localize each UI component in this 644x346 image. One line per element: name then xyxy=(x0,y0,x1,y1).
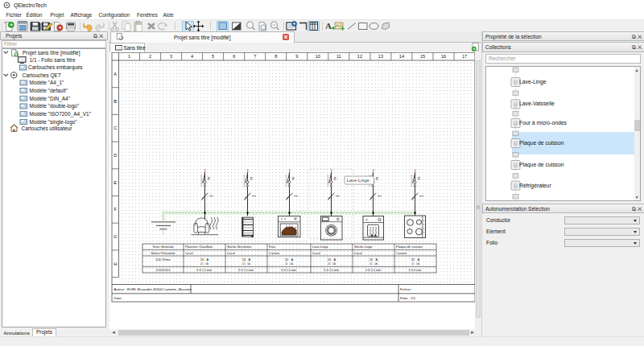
svg-text:15: 15 xyxy=(420,54,425,59)
svg-text:21/02/2015: 21/02/2015 xyxy=(156,268,171,271)
svg-text:A: A xyxy=(325,21,332,31)
svg-text:3 G 2,5 mm²: 3 G 2,5 mm² xyxy=(365,268,382,271)
svg-text:E: E xyxy=(114,179,117,184)
svg-text:C: C xyxy=(114,126,117,130)
svg-text:16 A: 16 A xyxy=(200,257,209,262)
svg-text:Fichier :: Fichier : xyxy=(400,287,413,291)
svg-text:45 kA: 45 kA xyxy=(328,262,336,266)
svg-text:45 kA: 45 kA xyxy=(200,262,209,266)
svg-text:11: 11 xyxy=(336,54,341,59)
svg-text:Lave-Linge: Lave-Linge xyxy=(347,178,369,183)
svg-text:3: 3 xyxy=(170,54,172,59)
svg-text:3 G 2,5 mm²: 3 G 2,5 mm² xyxy=(324,268,341,271)
svg-text:Valeur Présumée: Valeur Présumée xyxy=(151,250,175,254)
svg-text:14: 14 xyxy=(399,54,404,59)
svg-text:Terre Générale: Terre Générale xyxy=(152,245,174,249)
svg-text:16 A: 16 A xyxy=(242,257,251,262)
svg-text:3 G 2,5 mm²: 3 G 2,5 mm² xyxy=(281,268,298,271)
svg-text:H: H xyxy=(114,261,117,266)
svg-text:Folio : 1/1: Folio : 1/1 xyxy=(400,295,416,299)
svg-text:3 G 6 mm²: 3 G 6 mm² xyxy=(409,268,423,271)
svg-text:16: 16 xyxy=(441,54,446,59)
svg-text:F: F xyxy=(114,207,117,212)
svg-text:13: 13 xyxy=(378,54,383,59)
svg-text:Cuisine: Cuisine xyxy=(269,250,280,254)
svg-text:Auteur : EURL Bruandet 41600 L: Auteur : EURL Bruandet 41600 Lamotte_Beu… xyxy=(114,287,192,291)
svg-text:Plancher Chauffant: Plancher Chauffant xyxy=(185,245,213,249)
svg-text:A: A xyxy=(114,71,117,76)
svg-text:2: 2 xyxy=(149,54,151,59)
svg-text:Cuisine: Cuisine xyxy=(396,250,407,254)
svg-text:Local: Local xyxy=(185,250,193,254)
svg-text:1: 1 xyxy=(128,54,130,59)
svg-text:3 G 1,5 mm²: 3 G 1,5 mm² xyxy=(196,268,213,271)
svg-text:32 A: 32 A xyxy=(411,257,420,262)
svg-text:Sèche-Serviettes: Sèche-Serviettes xyxy=(227,245,251,249)
svg-text:D: D xyxy=(114,153,117,158)
svg-text:45 kA: 45 kA xyxy=(285,262,294,266)
svg-text:Local: Local xyxy=(227,250,235,254)
svg-text:20 A: 20 A xyxy=(328,257,336,262)
svg-text:8: 8 xyxy=(275,54,277,59)
svg-text:G: G xyxy=(114,234,117,239)
svg-text:45 kA: 45 kA xyxy=(369,262,378,266)
svg-text:45 kA: 45 kA xyxy=(411,262,420,266)
svg-text:10: 10 xyxy=(316,54,320,59)
svg-text:6: 6 xyxy=(233,54,235,59)
svg-text:B: B xyxy=(114,98,117,103)
svg-text:Local: Local xyxy=(354,250,362,254)
svg-text:45 kA: 45 kA xyxy=(242,262,251,266)
svg-text:7: 7 xyxy=(254,54,256,59)
svg-text:17: 17 xyxy=(462,54,467,59)
svg-text:Four: Four xyxy=(269,245,276,249)
svg-text:5: 5 xyxy=(212,54,214,59)
svg-text:20 A: 20 A xyxy=(285,257,294,262)
svg-text:Plaque de cuisson: Plaque de cuisson xyxy=(396,245,423,249)
svg-text:100 Ohms: 100 Ohms xyxy=(155,257,170,262)
svg-text:3 G 1,5 mm²: 3 G 1,5 mm² xyxy=(238,268,255,271)
svg-text:Date :: Date : xyxy=(114,295,124,299)
svg-text:9: 9 xyxy=(295,54,298,59)
svg-text:4: 4 xyxy=(191,54,193,59)
svg-text:Lave-Linge: Lave-Linge xyxy=(312,245,329,249)
svg-text:Local: Local xyxy=(312,250,320,254)
svg-text:Sèche-Linge: Sèche-Linge xyxy=(354,245,373,249)
svg-text:12: 12 xyxy=(357,54,362,59)
svg-text:20 A: 20 A xyxy=(369,257,378,262)
